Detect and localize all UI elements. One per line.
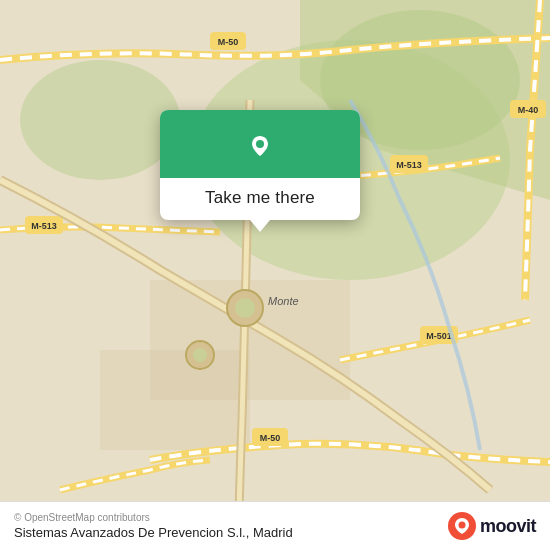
- svg-text:M-50: M-50: [218, 37, 239, 47]
- moovit-icon: [448, 512, 476, 540]
- bottom-info: © OpenStreetMap contributors Sistemas Av…: [14, 512, 293, 540]
- svg-point-25: [256, 140, 264, 148]
- svg-text:M-513: M-513: [396, 160, 422, 170]
- svg-point-3: [20, 60, 180, 180]
- map-background: M-50 M-50 M-40 M-513 M-513 M-501: [0, 0, 550, 550]
- bottom-bar: © OpenStreetMap contributors Sistemas Av…: [0, 501, 550, 550]
- map-container: M-50 M-50 M-40 M-513 M-513 M-501: [0, 0, 550, 550]
- attribution-text: © OpenStreetMap contributors: [14, 512, 293, 523]
- svg-text:Monte: Monte: [268, 295, 299, 307]
- place-name-text: Sistemas Avanzados De Prevencion S.l., M…: [14, 525, 293, 540]
- moovit-logo: moovit: [448, 512, 536, 540]
- svg-text:M-501: M-501: [426, 331, 452, 341]
- location-pin-icon: [242, 128, 278, 164]
- svg-point-22: [193, 348, 207, 362]
- svg-point-27: [458, 522, 465, 529]
- moovit-text: moovit: [480, 516, 536, 537]
- popup-header: [160, 110, 360, 178]
- svg-text:M-50: M-50: [260, 433, 281, 443]
- svg-point-20: [235, 298, 255, 318]
- svg-rect-6: [100, 350, 250, 450]
- location-popup[interactable]: Take me there: [160, 110, 360, 220]
- svg-text:M-513: M-513: [31, 221, 57, 231]
- svg-text:M-40: M-40: [518, 105, 539, 115]
- popup-label[interactable]: Take me there: [205, 188, 315, 208]
